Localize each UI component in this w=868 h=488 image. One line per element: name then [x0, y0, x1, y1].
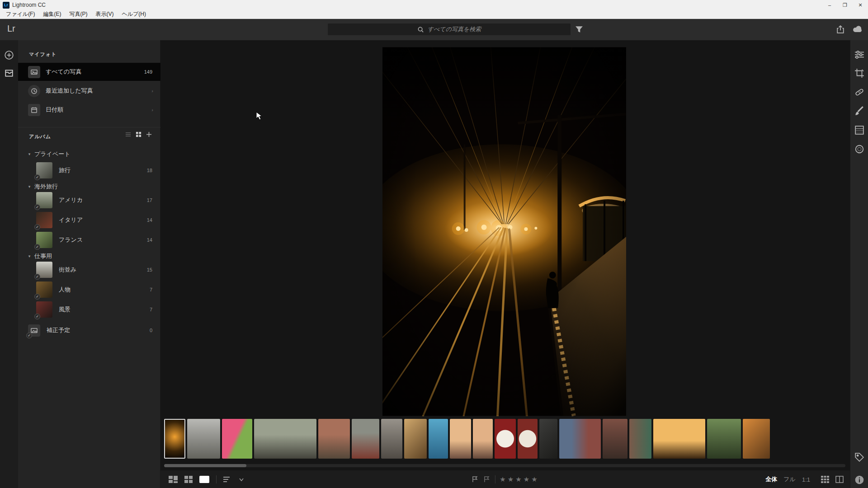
filmstrip-thumb[interactable] [539, 419, 557, 459]
collapse-triangle-icon[interactable]: ▾ [26, 152, 33, 156]
minimize-button[interactable]: – [822, 0, 837, 10]
list-view-icon[interactable] [125, 131, 131, 137]
import-box-icon[interactable] [4, 68, 14, 78]
album-thumbnail: ✓ [36, 192, 52, 208]
pick-flag-icon[interactable] [471, 476, 478, 483]
filmstrip-thumb[interactable] [653, 419, 705, 459]
right-rail [850, 40, 868, 488]
album-thumbnail: ✓ [36, 162, 52, 178]
selected-photo-train-station[interactable] [382, 47, 626, 416]
star-rating[interactable]: ★★★★★ [500, 475, 539, 483]
album-travel[interactable]: ✓ 旅行 18 [18, 160, 160, 180]
grid-overlay-icon[interactable] [821, 476, 829, 483]
filmstrip-thumb[interactable] [743, 419, 770, 459]
toolbar-divider [495, 475, 495, 483]
folder-private[interactable]: ▾ プライベート [18, 148, 160, 160]
keyword-tag-icon[interactable] [854, 452, 864, 462]
maximize-button[interactable]: ❐ [837, 0, 853, 10]
zoom-fit-button[interactable]: 全体 [765, 475, 777, 483]
menu-photo[interactable]: 写真(P) [65, 10, 91, 18]
sidebar-divider [18, 127, 160, 127]
filmstrip-thumb[interactable] [429, 419, 448, 459]
filmstrip-thumb[interactable] [187, 419, 220, 459]
filmstrip-thumb[interactable] [707, 419, 741, 459]
chevron-down-icon[interactable] [239, 478, 244, 481]
album-count: 7 [150, 287, 152, 292]
grid-view-icon[interactable] [136, 131, 142, 137]
bottom-toolbar: ★★★★★ 全体 フル 1:1 [160, 470, 850, 488]
all-photos-count: 149 [144, 69, 152, 75]
split-view-icon[interactable] [835, 476, 844, 483]
share-icon[interactable] [836, 25, 844, 33]
photo-grid-view-icon[interactable] [169, 476, 178, 483]
album-label: 風景 [59, 305, 71, 314]
album-france[interactable]: ✓ フランス 14 [18, 230, 160, 250]
filmstrip-thumb[interactable] [352, 419, 379, 459]
reject-flag-icon[interactable] [483, 476, 490, 483]
add-photos-icon[interactable] [4, 50, 14, 60]
filmstrip-thumb[interactable] [381, 419, 402, 459]
album-count: 18 [147, 168, 152, 173]
filmstrip-scrollbar[interactable] [164, 464, 845, 467]
album-count: 7 [150, 307, 152, 312]
sync-check-badge: ✓ [34, 274, 40, 280]
album-label: 補正予定 [47, 326, 70, 334]
zoom-1to1-button[interactable]: 1:1 [802, 476, 810, 483]
app-topbar: Lr すべての写真を検索 [0, 19, 868, 40]
radial-gradient-icon[interactable] [854, 144, 864, 154]
menu-edit[interactable]: 編集(E) [39, 10, 65, 18]
album-people[interactable]: ✓ 人物 7 [18, 280, 160, 300]
menu-help[interactable]: ヘルプ(H) [118, 10, 150, 18]
gradient-mask-icon[interactable] [854, 125, 864, 135]
album-to-correct[interactable]: ✓ 補正予定 0 [18, 320, 160, 340]
filmstrip-thumb[interactable] [629, 419, 651, 459]
filmstrip-thumb[interactable] [254, 419, 316, 459]
menu-view[interactable]: 表示(V) [91, 10, 118, 18]
album-cityscape[interactable]: ✓ 街並み 15 [18, 260, 160, 280]
sidebar-item-all-photos[interactable]: すべての写真 149 [18, 63, 160, 81]
close-button[interactable]: ✕ [853, 0, 868, 10]
healing-brush-icon[interactable] [854, 87, 864, 97]
menu-file[interactable]: ファイル(F) [2, 10, 39, 18]
filmstrip-thumb-selected[interactable] [164, 419, 185, 459]
info-icon[interactable] [854, 475, 864, 485]
sidebar-item-by-date[interactable]: 日付順 › [18, 101, 160, 119]
scrollbar-thumb[interactable] [164, 464, 246, 467]
filmstrip-thumb[interactable] [318, 419, 350, 459]
album-thumbnail: ✓ [36, 212, 52, 228]
filmstrip-thumb[interactable] [450, 419, 471, 459]
sort-icon[interactable] [223, 476, 232, 483]
lightroom-app-icon: Lr [3, 2, 9, 9]
add-album-icon[interactable] [146, 131, 152, 137]
sidebar-item-recently-added[interactable]: 最近追加した写真 › [18, 82, 160, 100]
album-label: 旅行 [59, 166, 71, 174]
all-photos-label: すべての写真 [46, 68, 81, 76]
filmstrip-thumb[interactable] [473, 419, 493, 459]
filmstrip-thumb[interactable] [559, 419, 601, 459]
brush-icon[interactable] [854, 106, 864, 116]
filmstrip-thumb[interactable] [495, 419, 516, 459]
folder-label: プライベート [34, 150, 71, 158]
edit-sliders-icon[interactable] [854, 50, 864, 59]
detail-view-icon-active[interactable] [199, 476, 209, 483]
album-italy[interactable]: ✓ イタリア 14 [18, 210, 160, 230]
search-input[interactable]: すべての写真を検索 [328, 23, 571, 35]
album-landscape[interactable]: ✓ 風景 7 [18, 300, 160, 319]
album-label: アメリカ [59, 196, 83, 204]
filmstrip-thumb[interactable] [222, 419, 252, 459]
collapse-triangle-icon[interactable]: ▾ [26, 184, 33, 189]
album-count: 0 [150, 328, 152, 333]
crop-rotate-icon[interactable] [854, 68, 864, 78]
album-america[interactable]: ✓ アメリカ 17 [18, 190, 160, 210]
collapse-triangle-icon[interactable]: ▾ [26, 254, 33, 258]
filmstrip-thumb[interactable] [404, 419, 427, 459]
filmstrip-thumb[interactable] [603, 419, 627, 459]
square-grid-view-icon[interactable] [184, 476, 193, 483]
folder-label: 仕事用 [34, 252, 52, 260]
album-thumbnail: ✓ [36, 262, 52, 278]
filmstrip-thumb[interactable] [518, 419, 538, 459]
window-titlebar: Lr Lightroom CC – ❐ ✕ [0, 0, 868, 10]
cloud-sync-icon[interactable] [853, 25, 863, 33]
zoom-fill-button[interactable]: フル [783, 475, 796, 483]
filter-icon[interactable] [575, 25, 583, 33]
